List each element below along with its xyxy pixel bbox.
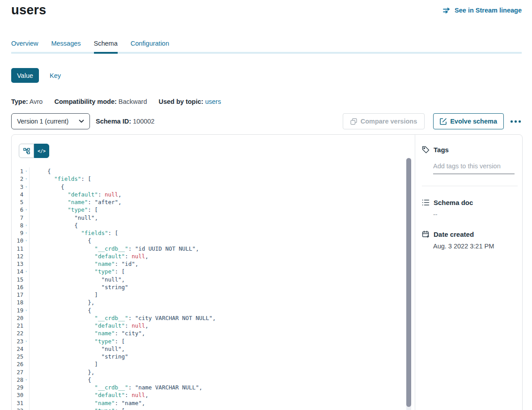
line-gutter: 28▾ xyxy=(12,376,30,384)
fold-toggle-icon[interactable]: ▾ xyxy=(23,183,29,191)
code-text: "string" xyxy=(30,353,128,360)
line-number: 6 xyxy=(12,206,23,214)
line-number: 16 xyxy=(12,283,23,291)
meta-topic-label: Used by topic: xyxy=(158,98,203,105)
code-view-button[interactable]: </> xyxy=(34,144,49,158)
version-select-value: Version 1 (current) xyxy=(17,118,68,125)
line-gutter: 19▾ xyxy=(12,307,30,314)
line-gutter: 21 xyxy=(12,322,30,329)
tag-icon xyxy=(422,146,430,154)
key-toggle-button[interactable]: Key xyxy=(50,72,61,79)
code-text: ] xyxy=(30,360,98,368)
code-line: 21 "default": null, xyxy=(12,322,415,329)
code-text: "default": null, xyxy=(30,322,149,329)
code-line: 31 "name": "name", xyxy=(12,399,415,407)
line-gutter: 13 xyxy=(12,260,30,268)
line-number: 10 xyxy=(12,237,23,244)
fold-spacer xyxy=(23,314,29,322)
code-line: 24 "null", xyxy=(12,345,415,353)
code-text: "__crdb__": "id UUID NOT NULL", xyxy=(30,245,199,252)
edit-icon xyxy=(440,118,447,125)
code-line: 14▾ "type": [ xyxy=(12,268,415,275)
add-tags-input[interactable] xyxy=(433,162,515,174)
fold-toggle-icon[interactable]: ▾ xyxy=(23,206,29,214)
code-line: 28▾ { xyxy=(12,376,415,384)
line-number: 7 xyxy=(12,214,23,222)
schema-id-label: Schema ID: xyxy=(96,118,131,125)
fold-toggle-icon[interactable]: ▾ xyxy=(23,167,29,175)
fold-spacer xyxy=(23,322,29,329)
code-text: "name": "after", xyxy=(30,198,122,206)
editor-scrollbar-thumb[interactable] xyxy=(406,158,411,407)
topic-link[interactable]: users xyxy=(205,98,221,105)
tree-view-button[interactable] xyxy=(19,144,34,158)
line-number: 23 xyxy=(12,337,23,345)
line-number: 11 xyxy=(12,245,23,252)
fold-toggle-icon[interactable]: ▾ xyxy=(23,376,29,384)
fold-toggle-icon[interactable]: ▾ xyxy=(23,175,29,183)
line-gutter: 17 xyxy=(12,291,30,299)
evolve-schema-button[interactable]: Evolve schema xyxy=(433,113,504,129)
line-number: 14 xyxy=(12,268,23,275)
fold-toggle-icon[interactable]: ▾ xyxy=(23,407,29,410)
fold-toggle-icon[interactable]: ▾ xyxy=(23,307,29,314)
line-gutter: 1▾ xyxy=(12,167,30,175)
schema-id: Schema ID: 100002 xyxy=(96,118,154,125)
line-gutter: 15 xyxy=(12,276,30,283)
value-toggle-button[interactable]: Value xyxy=(11,68,39,83)
sidebar-divider xyxy=(422,186,518,186)
code-line: 7 "null", xyxy=(12,214,415,222)
line-number: 31 xyxy=(12,399,23,407)
fold-spacer xyxy=(23,345,29,353)
schema-meta: Type: Avro Compatibility mode: Backward … xyxy=(11,98,221,105)
editor-scrollbar-track[interactable] xyxy=(406,158,411,410)
fold-toggle-icon[interactable]: ▾ xyxy=(23,222,29,229)
line-gutter: 2▾ xyxy=(12,175,30,183)
line-gutter: 8▾ xyxy=(12,222,30,229)
more-actions-button[interactable] xyxy=(510,118,522,125)
line-number: 12 xyxy=(12,252,23,260)
fold-toggle-icon[interactable]: ▾ xyxy=(23,337,29,345)
code-line: 26 ] xyxy=(12,360,415,368)
code-text: "type": [ xyxy=(30,206,98,214)
line-gutter: 4 xyxy=(12,191,30,198)
code-line: 29 "__crdb__": "name VARCHAR NULL", xyxy=(12,384,415,391)
code-line: 1▾{ xyxy=(12,167,415,175)
schema-doc-value: -- xyxy=(433,211,522,218)
line-gutter: 27 xyxy=(12,368,30,376)
meta-compatibility-label: Compatibility mode: xyxy=(54,98,116,105)
version-select[interactable]: Version 1 (current) xyxy=(11,113,90,129)
line-number: 29 xyxy=(12,384,23,391)
fold-toggle-icon[interactable]: ▾ xyxy=(23,237,29,244)
code-line: 19▾ { xyxy=(12,307,415,314)
evolve-schema-label: Evolve schema xyxy=(450,118,497,125)
stream-lineage-link[interactable]: See in Stream lineage xyxy=(443,7,522,14)
fold-spacer xyxy=(23,276,29,283)
fold-toggle-icon[interactable]: ▾ xyxy=(23,268,29,275)
compare-versions-button[interactable]: Compare versions xyxy=(343,113,425,129)
code-text: "fields": [ xyxy=(30,229,118,237)
code-text: "null", xyxy=(30,345,125,353)
meta-used-by-topic: Used by topic: users xyxy=(158,98,221,105)
fold-spacer xyxy=(23,198,29,206)
fold-toggle-icon[interactable]: ▾ xyxy=(23,229,29,237)
line-gutter: 10▾ xyxy=(12,237,30,244)
fold-spacer xyxy=(23,260,29,268)
tab-schema[interactable]: Schema xyxy=(94,40,118,54)
code-line: 5 "name": "after", xyxy=(12,198,415,206)
line-gutter: 14▾ xyxy=(12,268,30,275)
line-gutter: 9▾ xyxy=(12,229,30,237)
line-number: 21 xyxy=(12,322,23,329)
line-number: 28 xyxy=(12,376,23,384)
code-text: "name": "id", xyxy=(30,260,138,268)
code-line: 27 }, xyxy=(12,368,415,376)
fold-spacer xyxy=(23,291,29,299)
ellipsis-icon xyxy=(511,120,513,123)
schema-doc-title: Schema doc xyxy=(434,199,473,206)
code-line: 25 "string" xyxy=(12,353,415,360)
line-gutter: 5 xyxy=(12,198,30,206)
line-gutter: 31 xyxy=(12,399,30,407)
fold-spacer xyxy=(23,245,29,252)
line-number: 15 xyxy=(12,276,23,283)
code-text: { xyxy=(30,237,91,244)
